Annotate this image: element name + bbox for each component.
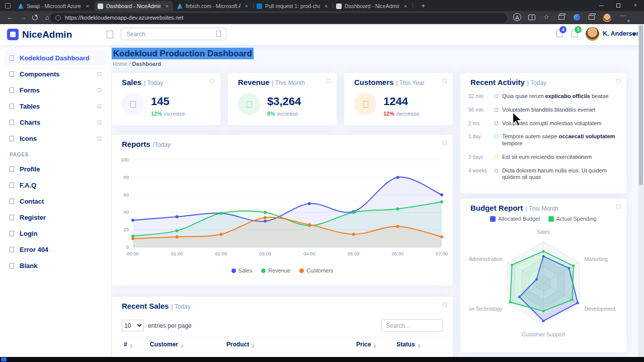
window-close-button[interactable]: × [627,0,644,11]
dash-circle-icon [10,247,14,252]
pages-section-label: PAGES [10,152,106,157]
legend-label: Customers [306,267,333,274]
column-header-customer[interactable]: Customer [146,337,222,352]
address-bar[interactable]: https://kodekloudemoapp-dev.azurewebsite… [50,13,507,23]
browser-tab[interactable]: firbish.com - Microsoft Azure × [174,1,253,11]
tab-close-icon[interactable]: × [85,3,91,9]
logo-text: NiceAdmin [22,29,72,40]
sidebar-item-contact[interactable]: Contact [5,194,106,209]
user-avatar[interactable] [586,27,599,41]
mouse-cursor [511,112,523,127]
svg-text:Marketing: Marketing [584,256,607,262]
logo-icon [7,29,19,40]
svg-text:04:00: 04:00 [303,251,315,256]
activity-text: Quia quae rerum explicabo officiis beata… [502,93,609,100]
back-button[interactable]: ← [4,11,16,24]
sidebar-item-faq[interactable]: F.A.Q [5,177,106,193]
column-header-product[interactable]: Product [222,337,352,352]
sidebar-item-kodekloud-dashboard[interactable]: Kodekloud Dashboard [5,50,106,65]
sidebar-item-icons[interactable]: Icons [5,131,106,146]
card-menu-icon[interactable] [616,79,620,83]
table-search-input[interactable] [381,319,443,332]
recent-sales-card: Recent Sales| Today 10 entries per page … [112,297,453,362]
forward-button[interactable]: → [17,11,29,24]
browser-tab[interactable]: Dashboard - NiceAdmin Bootstr × [95,1,173,11]
sidebar-item-charts[interactable]: Charts [5,115,106,130]
sidebar: Kodekloud Dashboard Components Forms Tab… [0,45,111,357]
dollar-icon [238,93,260,115]
new-tab-button[interactable]: + [419,2,428,11]
copilot-icon[interactable] [574,14,580,21]
sidebar-item-label: Login [20,230,37,237]
collections-icon[interactable] [558,15,565,20]
sidebar-item-error-404[interactable]: Error 404 [5,242,106,257]
browser-tab[interactable]: Swap - Microsoft Azure × [15,1,94,11]
tab-actions-icon[interactable] [5,3,11,9]
card-list-icon [10,215,14,220]
card-menu-icon[interactable] [443,79,447,83]
budget-radar-chart[interactable]: SalesMarketingDevelopmentCustomer Suppor… [463,224,624,349]
refresh-button[interactable] [32,15,38,20]
header-search-input[interactable] [121,28,226,40]
sidebar-item-tables[interactable]: Tables [5,99,106,114]
people-icon [354,93,376,115]
split-screen-icon[interactable] [528,15,535,20]
app-logo[interactable]: NiceAdmin [7,29,72,40]
sidebar-item-register[interactable]: Register [5,210,106,225]
card-menu-icon[interactable] [327,79,331,83]
sidebar-item-profile[interactable]: Profile [5,161,106,176]
tab-title: firbish.com - Microsoft Azure [186,3,240,9]
card-menu-icon[interactable] [443,141,447,145]
extensions-icon[interactable] [589,15,595,20]
minimize-button[interactable]: — [593,0,610,11]
card-title: Recent Activity| Today [470,78,546,86]
sidebar-item-login[interactable]: Login [5,226,106,241]
tab-close-icon[interactable]: × [244,3,250,9]
browser-tab[interactable]: Pull request 1: prod-change - Re × [254,1,332,11]
chevron-down-icon [98,88,101,92]
sidebar-item-forms[interactable]: Forms [5,82,106,98]
column-header-status[interactable]: Status [392,337,453,352]
person-icon [10,166,14,172]
sidebar-item-blank[interactable]: Blank [5,258,106,273]
sidebar-toggle-icon[interactable] [107,31,113,38]
tab-close-icon[interactable]: × [323,3,329,9]
card-menu-icon[interactable] [443,303,447,307]
sidebar-item-components[interactable]: Components [5,66,106,81]
sidebar-item-label: Icons [20,135,37,142]
reports-chart[interactable]: 02040608010000:0001:0002:0003:0004:0005:… [116,154,451,260]
column-header-price[interactable]: Price [352,337,392,352]
site-info-icon[interactable] [55,15,61,21]
legend-item[interactable]: Customers [299,267,333,274]
legend-item[interactable]: Revenue [261,267,290,274]
legend-item[interactable]: Allocated Budget [490,216,540,222]
search-icon[interactable] [216,31,221,37]
browser-profile-avatar[interactable] [603,14,611,22]
journal-icon [10,87,14,93]
icon-glyph [130,101,136,108]
column-header-id[interactable]: # [112,337,146,352]
browser-tab[interactable]: Dashboard - NiceAdmin Bootstr × [333,1,412,11]
tab-close-icon[interactable]: × [164,3,170,9]
sales-card: Sales| Today 145 12%increase [112,73,220,125]
breadcrumb-home[interactable]: Home [113,61,127,67]
maximize-button[interactable] [610,0,627,11]
scrollbar-thumb[interactable] [639,25,643,185]
card-menu-icon[interactable] [210,79,214,83]
tab-favicon [257,4,262,9]
legend-item[interactable]: Sales [231,267,253,274]
sidebar-item-label: Charts [20,119,40,126]
page-scrollbar[interactable] [638,24,644,357]
activity-item: 32 min Quia quae rerum explicabo officii… [468,93,621,100]
page-url: https://kodekloudemoapp-dev.azurewebsite… [65,15,183,21]
read-aloud-icon[interactable]: A [513,13,521,21]
tab-close-icon[interactable]: × [403,3,409,9]
entries-per-page-select[interactable]: 10 [122,320,144,331]
dashboard-content: Kodekloud Production Dashboard Home / Da… [111,45,638,362]
card-menu-icon[interactable] [616,205,620,209]
browser-menu-icon[interactable]: ⋯ [620,12,626,19]
legend-item[interactable]: Actual Spending [548,216,597,222]
svg-text:00:00: 00:00 [127,251,139,256]
favorites-icon[interactable]: ☆ [543,13,549,21]
card-title: Revenue| This Month [238,78,305,86]
